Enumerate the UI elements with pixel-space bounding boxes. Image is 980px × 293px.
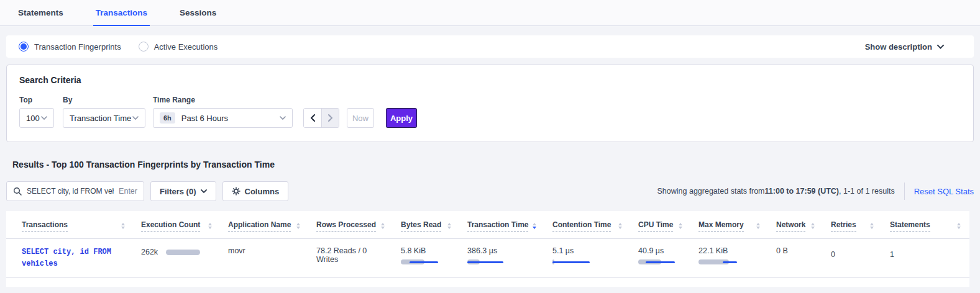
retries-cell: 0 — [831, 250, 835, 259]
sort-carets-icon[interactable] — [807, 223, 815, 229]
rows-processed-cell: 78.2 Reads / 0 Writes — [316, 246, 367, 264]
sort-carets-icon[interactable] — [377, 223, 385, 229]
reset-sql-stats-link[interactable]: Reset SQL Stats — [914, 187, 974, 196]
search-enter-button[interactable]: Enter — [119, 187, 137, 196]
transactions-table: Transactions Execution Count Application… — [6, 211, 969, 278]
column-header-transaction-time[interactable]: Transaction Time — [467, 220, 528, 232]
sort-carets-icon[interactable] — [866, 223, 874, 229]
table-row: SELECT city, id FROM vehicles 262k movr … — [6, 239, 969, 278]
radio-active-executions[interactable]: Active Executions — [139, 42, 218, 52]
by-select-value: Transaction Time — [70, 114, 131, 123]
transactions-table-panel: Transactions Execution Count Application… — [6, 211, 969, 287]
time-range-nav-group — [303, 108, 339, 128]
time-range-label: Time Range — [153, 96, 303, 104]
chevron-down-icon — [937, 45, 944, 49]
radio-icon — [19, 42, 29, 52]
column-header-network[interactable]: Network — [776, 220, 805, 232]
sql-activity-tab-bar: Statements Transactions Sessions — [0, 0, 980, 26]
sort-carets-icon[interactable] — [444, 223, 451, 229]
search-criteria-panel: Search Criteria Top 100 By Transaction T… — [6, 65, 974, 142]
column-header-max-memory[interactable]: Max Memory — [698, 220, 744, 232]
column-header-rows-processed[interactable]: Rows Processed — [316, 220, 376, 232]
view-toggle-panel: Transaction Fingerprints Active Executio… — [6, 35, 974, 58]
sort-carets-icon[interactable] — [615, 223, 622, 229]
results-toolbar: Enter Filters (0) Columns Showing aggreg… — [6, 181, 974, 201]
tab-statements[interactable]: Statements — [16, 0, 66, 26]
top-label: Top — [19, 96, 63, 104]
now-button[interactable]: Now — [347, 108, 374, 128]
top-select-value: 100 — [26, 114, 40, 123]
network-cell: 0 B — [776, 246, 788, 255]
search-box[interactable]: Enter — [6, 181, 144, 201]
sort-carets-icon[interactable] — [675, 223, 682, 229]
radio-icon — [139, 42, 149, 52]
columns-label: Columns — [245, 187, 280, 196]
application-name-cell: movr — [228, 246, 245, 255]
search-icon — [13, 187, 22, 196]
sort-carets-icon[interactable] — [753, 223, 760, 229]
tab-sessions[interactable]: Sessions — [177, 0, 219, 26]
execution-count-cell: 262k — [141, 248, 213, 256]
chevron-down-icon — [201, 189, 207, 193]
transaction-fingerprint-link[interactable]: SELECT city, id FROM vehicles — [22, 246, 126, 270]
sort-carets-icon[interactable] — [529, 223, 536, 229]
column-header-bytes-read[interactable]: Bytes Read — [401, 220, 441, 232]
columns-button[interactable]: Columns — [222, 181, 289, 201]
statements-cell: 1 — [890, 250, 894, 259]
cpu-time-cell: 40.9 µs — [638, 246, 684, 264]
aggregated-stats-text: Showing aggregated stats from 11:00 to 1… — [657, 187, 895, 196]
bytes-read-cell: 5.8 KiB — [401, 246, 452, 264]
search-input[interactable] — [27, 187, 114, 196]
contention-time-cell: 5.1 µs — [552, 246, 623, 264]
column-header-statements[interactable]: Statements — [890, 220, 930, 232]
column-header-application-name[interactable]: Application Name — [228, 220, 291, 232]
next-time-range-button[interactable] — [321, 109, 339, 127]
column-header-cpu-time[interactable]: CPU Time — [638, 220, 673, 232]
filters-label: Filters (0) — [160, 187, 196, 196]
sort-carets-icon[interactable] — [117, 223, 125, 229]
column-header-retries[interactable]: Retries — [831, 220, 856, 232]
by-select[interactable]: Transaction Time — [63, 108, 145, 128]
by-label: By — [63, 96, 153, 104]
stats-time-range: 11:00 to 17:59 (UTC) — [765, 187, 839, 196]
column-header-execution-count[interactable]: Execution Count — [141, 220, 200, 232]
table-header-row: Transactions Execution Count Application… — [6, 211, 969, 239]
radio-label: Active Executions — [154, 42, 218, 52]
sort-carets-icon[interactable] — [204, 223, 212, 229]
time-range-value: Past 6 Hours — [181, 114, 228, 123]
arrow-left-icon — [310, 114, 315, 122]
tab-transactions[interactable]: Transactions — [93, 0, 150, 26]
radio-label: Transaction Fingerprints — [34, 42, 121, 52]
chevron-down-icon — [280, 116, 286, 120]
sort-carets-icon[interactable] — [953, 223, 961, 229]
max-memory-cell: 22.1 KiB — [698, 246, 761, 264]
radio-transaction-fingerprints[interactable]: Transaction Fingerprints — [19, 42, 121, 52]
chevron-down-icon — [41, 116, 47, 120]
time-range-select[interactable]: 6h Past 6 Hours — [153, 108, 293, 128]
previous-time-range-button[interactable] — [304, 109, 321, 127]
chevron-down-icon — [132, 116, 139, 120]
search-criteria-title: Search Criteria — [19, 75, 961, 85]
filters-button[interactable]: Filters (0) — [150, 181, 216, 201]
column-header-transactions[interactable]: Transactions — [22, 220, 68, 232]
gear-icon — [232, 187, 240, 196]
arrow-right-icon — [328, 114, 333, 122]
sort-carets-icon[interactable] — [293, 223, 300, 229]
transaction-time-cell: 386.3 µs — [467, 246, 538, 264]
apply-button[interactable]: Apply — [386, 108, 417, 128]
column-header-contention-time[interactable]: Contention Time — [552, 220, 611, 232]
time-range-badge: 6h — [160, 112, 175, 124]
show-description-toggle[interactable]: Show description — [865, 42, 944, 52]
top-select[interactable]: 100 — [19, 108, 54, 128]
results-heading: Results - Top 100 Transaction Fingerprin… — [12, 160, 980, 169]
execution-count-bar — [166, 250, 200, 255]
show-description-label: Show description — [865, 42, 932, 52]
divider — [904, 183, 905, 200]
